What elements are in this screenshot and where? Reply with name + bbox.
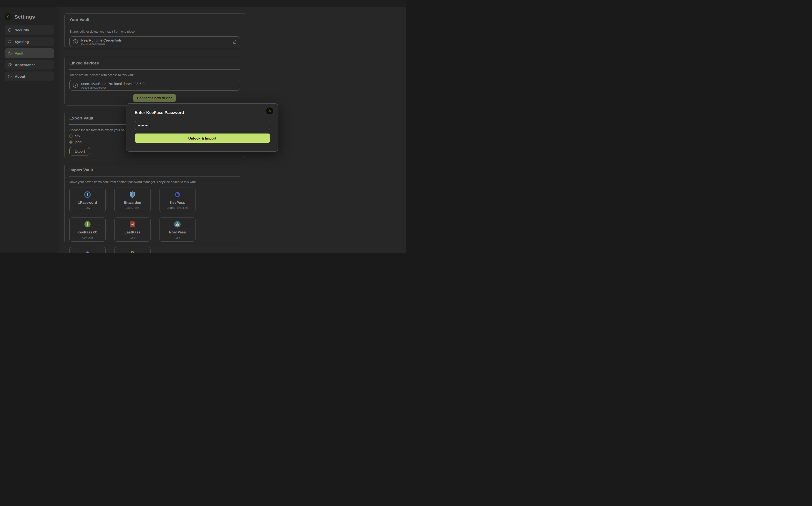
key-icon <box>8 51 12 55</box>
your-vault-card: Your Vault Share, edit, or delete your v… <box>64 13 245 48</box>
onepassword-icon <box>84 191 91 198</box>
card-title: Import Vault <box>69 168 240 173</box>
import-vault-card: Import Vault Move your saved items here … <box>64 164 245 243</box>
sidebar-item-about[interactable]: About <box>5 72 54 81</box>
card-description: Move your saved items here from another … <box>69 180 240 184</box>
arrow-left-icon <box>6 15 10 19</box>
import-tile-keepass[interactable]: KeePass .kdbx, .csv, .xml <box>159 188 196 212</box>
password-input[interactable]: •••••••• <box>135 121 270 130</box>
key-circle-icon <box>72 39 78 45</box>
sync-icon <box>8 39 12 44</box>
radio-unchecked-icon <box>69 135 72 138</box>
keepassxc-icon <box>84 221 91 228</box>
padlock-icon <box>129 250 136 253</box>
vault-name: PearRuntime Credentials <box>81 38 231 42</box>
device-row[interactable]: users-MacBook-Pro.local darwin 23.6.0 Ad… <box>69 80 240 91</box>
vault-row[interactable]: PearRuntime Credentials Created 02/03/20… <box>69 36 240 47</box>
export-button[interactable]: Export <box>69 147 90 156</box>
card-title: Linked devices <box>69 61 240 66</box>
pencil-icon[interactable] <box>231 39 236 45</box>
keepass-password-modal: ✕ Enter KeePass Password •••••••• Unlock… <box>126 103 278 152</box>
sidebar-item-label: Security <box>15 28 29 32</box>
radio-checked-icon <box>69 141 72 144</box>
import-tile-unencrypted[interactable]: Unencrypted file .json, .csv <box>114 247 150 253</box>
device-name: users-MacBook-Pro.local darwin 23.6.0 <box>81 82 236 86</box>
card-title: Your Vault <box>69 17 240 22</box>
protonpass-icon <box>84 250 91 253</box>
window-titlebar <box>0 0 406 7</box>
key-circle-icon <box>72 82 78 88</box>
divider <box>69 26 240 26</box>
import-tile-1password[interactable]: 1Password .csv <box>69 188 106 212</box>
divider <box>69 69 240 70</box>
card-description: These are the devices with access to thi… <box>69 73 240 77</box>
nordpass-icon <box>174 221 181 228</box>
linked-devices-card: Linked devices These are the devices wit… <box>64 57 245 105</box>
sidebar-item-label: Appearance <box>15 63 36 67</box>
sidebar-item-label: Syncing <box>15 39 29 44</box>
keepass-icon <box>174 191 181 198</box>
device-meta: Added on 02/03/2026 <box>81 86 236 89</box>
sidebar-item-vault[interactable]: Vault <box>5 48 54 58</box>
radio-label: csv <box>75 134 80 138</box>
password-dots: •••••••• <box>138 124 149 127</box>
import-tile-nordpass[interactable]: NordPass .csv <box>159 217 196 242</box>
radio-label: json <box>75 140 82 144</box>
card-description: Share, edit, or delete your vault from o… <box>69 30 240 33</box>
import-provider-grid: 1Password .csv Bitwarden .json, .csv Kee… <box>69 188 240 253</box>
import-tile-keepassxc[interactable]: KeePassXC .csv, .xml <box>69 217 106 242</box>
sidebar-item-appearance[interactable]: Appearance <box>5 60 54 70</box>
sidebar-item-label: Vault <box>15 51 23 55</box>
bitwarden-icon <box>129 191 136 198</box>
settings-sidebar: Settings Security Syncing Vault Appearan… <box>0 7 59 253</box>
text-caret <box>149 123 150 128</box>
page-title: Settings <box>14 14 35 20</box>
palette-icon <box>8 63 12 67</box>
import-tile-bitwarden[interactable]: Bitwarden .json, .csv <box>114 188 150 212</box>
sidebar-item-label: About <box>15 74 25 78</box>
connect-new-device-button[interactable]: Connect a new device <box>133 94 176 102</box>
info-icon <box>8 74 12 78</box>
modal-title: Enter KeePass Password <box>135 110 270 115</box>
vault-meta: Created 02/03/2026 <box>81 43 231 46</box>
back-button[interactable] <box>4 13 12 20</box>
unlock-import-button[interactable]: Unlock & Import <box>135 134 270 143</box>
shield-icon <box>8 28 12 32</box>
import-tile-protonpass[interactable]: Proton Pass .csv, .json <box>69 247 106 253</box>
close-button[interactable]: ✕ <box>266 107 273 114</box>
sidebar-item-syncing[interactable]: Syncing <box>5 37 54 47</box>
close-icon: ✕ <box>268 109 271 113</box>
lastpass-icon <box>129 221 136 228</box>
sidebar-item-security[interactable]: Security <box>5 25 54 35</box>
import-tile-lastpass[interactable]: LastPass .csv <box>114 217 150 242</box>
